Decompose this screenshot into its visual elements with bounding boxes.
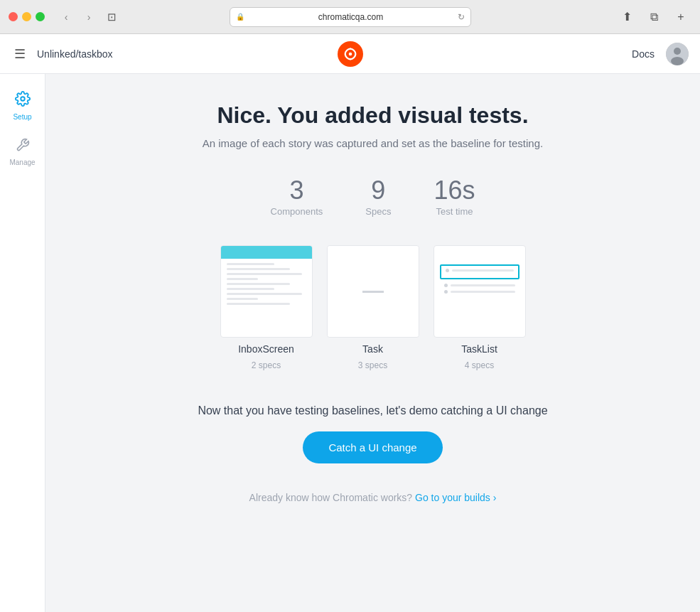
inbox-line-1 (227, 263, 274, 265)
stat-components-label: Components (271, 206, 323, 217)
already-know-text: Already know how Chromatic works? Go to … (249, 492, 497, 503)
inbox-preview (220, 245, 313, 338)
component-card-tasklist: TaskList 4 specs (434, 245, 526, 370)
minimize-button[interactable] (22, 12, 31, 21)
tasklist-preview (434, 245, 526, 338)
chromatic-logo-icon (338, 41, 363, 67)
inbox-content (221, 259, 312, 312)
address-bar-wrapper: 🔒 chromaticqa.com ↻ (230, 7, 471, 27)
inbox-line-4 (227, 278, 259, 280)
demo-text: Now that you have testing baselines, let… (198, 404, 547, 417)
components-row: InboxScreen 2 specs Task 3 specs (220, 245, 526, 370)
lock-icon: 🔒 (236, 13, 244, 21)
header-right: Docs (632, 43, 689, 65)
reload-icon[interactable]: ↻ (458, 12, 465, 22)
task-dash (362, 291, 384, 293)
inbox-line-5 (227, 283, 291, 285)
stat-specs: 9 Specs (365, 178, 391, 217)
main-content: Nice. You added visual tests. An image o… (45, 74, 700, 612)
sidebar-item-manage[interactable]: Manage (4, 132, 41, 172)
inbox-line-7 (227, 293, 302, 295)
header-left: ☰ Unlinked/taskbox (11, 43, 113, 65)
already-know-prefix: Already know how Chromatic works? (249, 492, 413, 503)
component-card-task: Task 3 specs (327, 245, 419, 370)
setup-icon (15, 91, 31, 110)
stat-components: 3 Components (271, 178, 323, 217)
tasklist-component-specs: 4 specs (465, 360, 494, 370)
header-inner: ☰ Unlinked/taskbox Docs (11, 43, 689, 65)
inbox-line-2 (227, 268, 291, 270)
nav-buttons: ‹ › (56, 9, 99, 25)
stat-specs-label: Specs (365, 206, 391, 217)
tasklist-dot-3 (444, 290, 448, 294)
tasklist-dot-2 (444, 284, 448, 287)
catch-ui-button[interactable]: Catch a UI change (303, 431, 442, 463)
task-component-name: Task (362, 343, 383, 355)
avatar (666, 43, 689, 65)
svg-point-3 (674, 48, 681, 55)
stat-components-number: 3 (289, 178, 303, 203)
stat-specs-number: 9 (371, 178, 385, 203)
tasklist-row-1 (446, 269, 514, 272)
task-preview-inner (328, 246, 419, 337)
builds-link[interactable]: Go to your builds › (415, 492, 496, 503)
inbox-line-9 (227, 303, 291, 305)
manage-icon (16, 138, 30, 156)
inbox-header-bar (221, 246, 312, 259)
task-component-specs: 3 specs (358, 360, 387, 370)
tasklist-row-2 (440, 284, 519, 287)
page-subtitle: An image of each story was captured and … (203, 137, 543, 149)
forward-button[interactable]: › (79, 9, 99, 25)
app-body: Setup Manage Nice. You added visual test… (0, 74, 700, 612)
inbox-line-3 (227, 273, 302, 275)
window-icon: ⊡ (107, 11, 117, 23)
manage-label: Manage (9, 159, 35, 166)
tasklist-line-2 (451, 284, 515, 286)
tasklist-row-3 (440, 290, 519, 294)
app-header: ☰ Unlinked/taskbox Docs (0, 34, 700, 74)
sidebar-item-setup[interactable]: Setup (4, 85, 41, 127)
url-text: chromaticqa.com (249, 12, 453, 22)
stat-testtime-number: 16s (434, 178, 475, 203)
address-bar[interactable]: 🔒 chromaticqa.com ↻ (230, 7, 471, 27)
sidebar: Setup Manage (0, 74, 45, 612)
svg-point-1 (348, 52, 352, 55)
title-bar: ‹ › ⊡ 🔒 chromaticqa.com ↻ ⬆ ⧉ + (0, 0, 700, 34)
stats-row: 3 Components 9 Specs 16s Test time (271, 178, 475, 217)
inbox-component-specs: 2 specs (252, 360, 281, 370)
menu-button[interactable]: ☰ (11, 43, 28, 65)
stat-testtime-label: Test time (436, 206, 473, 217)
tasklist-line-1 (452, 269, 514, 272)
header-logo (338, 41, 363, 67)
docs-link[interactable]: Docs (632, 48, 655, 60)
inbox-line-8 (227, 298, 259, 300)
new-tab-button[interactable]: + (670, 8, 691, 26)
tasklist-highlight-row (440, 264, 519, 279)
tasklist-dot-1 (446, 269, 449, 272)
back-button[interactable]: ‹ (56, 9, 76, 25)
share-button[interactable]: ⬆ (616, 8, 637, 26)
traffic-lights (9, 12, 45, 21)
setup-label: Setup (13, 113, 31, 121)
svg-point-5 (21, 97, 25, 101)
component-card-inbox: InboxScreen 2 specs (220, 245, 313, 370)
pip-button[interactable]: ⧉ (643, 8, 664, 26)
breadcrumb: Unlinked/taskbox (37, 48, 113, 60)
close-button[interactable] (9, 12, 18, 21)
page-title: Nice. You added visual tests. (217, 102, 528, 129)
inbox-line-6 (227, 288, 274, 290)
svg-point-4 (671, 57, 684, 65)
task-preview (327, 245, 419, 338)
titlebar-actions: ⬆ ⧉ + (616, 8, 691, 26)
tasklist-component-name: TaskList (461, 343, 497, 355)
maximize-button[interactable] (36, 12, 45, 21)
inbox-component-name: InboxScreen (238, 343, 294, 355)
stat-testtime: 16s Test time (434, 178, 475, 217)
tasklist-line-3 (451, 291, 515, 293)
